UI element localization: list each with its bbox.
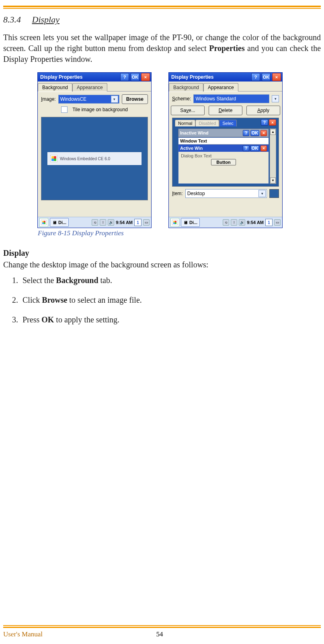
preview-help-icon: ? <box>261 119 268 126</box>
start-button[interactable] <box>170 218 179 227</box>
subheading: Display <box>3 249 321 258</box>
scheme-preview: Normal Disabled Selec ? × Inactive Wind … <box>172 118 279 187</box>
tile-label: Tile image on background <box>72 107 128 112</box>
scroll-up-icon: ▲ <box>270 129 276 135</box>
figure-row: Display Properties ? OK × Background App… <box>38 73 321 228</box>
tab-background[interactable]: Background <box>169 83 203 92</box>
app-icon: 🖥 <box>183 220 188 225</box>
tab-appearance[interactable]: Appearance <box>203 83 238 92</box>
tab-strip: Background Appearance <box>38 82 151 92</box>
tab-strip: Background Appearance <box>169 82 282 92</box>
titlebar: Display Properties ? OK × <box>169 73 282 82</box>
display-properties-appearance: Display Properties ? OK × Background App… <box>169 73 282 228</box>
tray-volume-icon[interactable]: 🔊 <box>108 219 114 226</box>
tab-appearance[interactable]: Appearance <box>72 83 107 92</box>
preview-dialog: Dialog Box Text Button <box>178 152 269 167</box>
display-properties-background: Display Properties ? OK × Background App… <box>38 73 151 228</box>
tray-network-icon[interactable]: ! <box>100 219 106 226</box>
desktop-button[interactable]: ▭ <box>274 219 281 226</box>
desktop-button[interactable]: ▭ <box>143 219 150 226</box>
tray-volume-icon[interactable]: 🔊 <box>239 219 245 226</box>
help-button[interactable]: ? <box>120 73 129 81</box>
item-label: Item: <box>172 191 183 196</box>
save-button[interactable]: Save... <box>171 106 205 115</box>
item-select[interactable]: Desktop ▾ <box>185 189 267 198</box>
wallpaper-banner: Windows Embedded CE 6.0 <box>47 152 141 165</box>
preview-window-text: Window Text <box>178 138 269 145</box>
section-number: 8.3.4 <box>3 14 30 24</box>
help-button[interactable]: ? <box>251 73 260 81</box>
scheme-label: Scheme: <box>172 96 191 102</box>
chevron-down-icon[interactable]: ▾ <box>258 190 266 197</box>
preview-tabs: Normal Disabled Selec <box>175 120 237 126</box>
image-select[interactable]: WindowsCE ▾ <box>58 95 119 104</box>
preview-close-icon: × <box>269 119 276 126</box>
window-title: Display Properties <box>171 74 250 80</box>
taskbar-clock: 9:54 AM <box>116 220 133 225</box>
preview-inactive-title: Inactive Wind ? OK × <box>178 128 269 137</box>
taskbar-task[interactable]: 🖥 Di... <box>50 218 69 227</box>
footer-left: User's Manual <box>3 630 43 638</box>
taskbar: 🖥 Di... ⎋ ! 🔊 9:54 AM 1 ▭ <box>169 217 282 228</box>
preview-window: Window Text Active Win ? OK × Dialog Box… <box>178 137 269 184</box>
input-panel-button[interactable]: 1 <box>134 219 141 226</box>
steps-list: Select the Background tab. Click Browse … <box>3 276 321 324</box>
tray-network-icon[interactable]: ! <box>231 219 237 226</box>
browse-button[interactable]: Browse <box>122 94 148 104</box>
chevron-down-icon[interactable]: ▾ <box>111 96 118 103</box>
taskbar-clock: 9:54 AM <box>247 220 264 225</box>
taskbar-task[interactable]: 🖥 Di... <box>181 218 200 227</box>
step-2: Click Browse to select an image file. <box>20 296 321 305</box>
delete-button[interactable]: Delete <box>209 106 242 115</box>
page-footer: User's Manual 54 <box>3 625 321 638</box>
intro-paragraph: This screen lets you set the wallpaper i… <box>3 32 321 65</box>
tray-icon[interactable]: ⎋ <box>92 219 98 226</box>
lead-text: Change the desktop image of the backgrou… <box>3 259 321 270</box>
wallpaper-preview: Windows Embedded CE 6.0 <box>41 117 148 200</box>
step-1: Select the Background tab. <box>20 276 321 285</box>
tile-checkbox[interactable] <box>61 106 68 113</box>
preview-scrollbar: ▲ ▼ <box>270 128 276 184</box>
scroll-down-icon: ▼ <box>270 177 276 183</box>
apply-button[interactable]: Apply <box>246 106 280 115</box>
section-heading: 8.3.4 Display <box>3 14 321 25</box>
input-panel-button[interactable]: 1 <box>265 219 273 226</box>
scheme-select[interactable]: Windows Standard <box>193 94 269 103</box>
image-label: Image: <box>41 96 56 102</box>
close-button[interactable]: × <box>272 73 281 81</box>
step-3: Press OK to apply the setting. <box>20 315 321 324</box>
window-title: Display Properties <box>40 74 119 80</box>
chevron-down-icon[interactable]: ▾ <box>272 95 279 102</box>
item-color-swatch[interactable] <box>269 189 279 198</box>
close-button[interactable]: × <box>141 73 150 81</box>
start-button[interactable] <box>39 218 48 227</box>
ok-button[interactable]: OK <box>131 73 139 81</box>
app-icon: 🖥 <box>52 220 57 225</box>
tab-background[interactable]: Background <box>38 83 72 92</box>
windows-flag-icon <box>50 155 57 162</box>
taskbar: 🖥 Di... ⎋ ! 🔊 9:54 AM 1 ▭ <box>38 217 151 228</box>
figure-caption: Figure 8-15 Display Properties <box>38 229 321 237</box>
titlebar: Display Properties ? OK × <box>38 73 151 82</box>
page-number: 54 <box>43 630 277 638</box>
tray-icon[interactable]: ⎋ <box>223 219 229 226</box>
section-title: Display <box>32 14 59 24</box>
ok-button[interactable]: OK <box>262 73 271 81</box>
preview-active-title: Active Win ? OK × <box>178 145 269 152</box>
